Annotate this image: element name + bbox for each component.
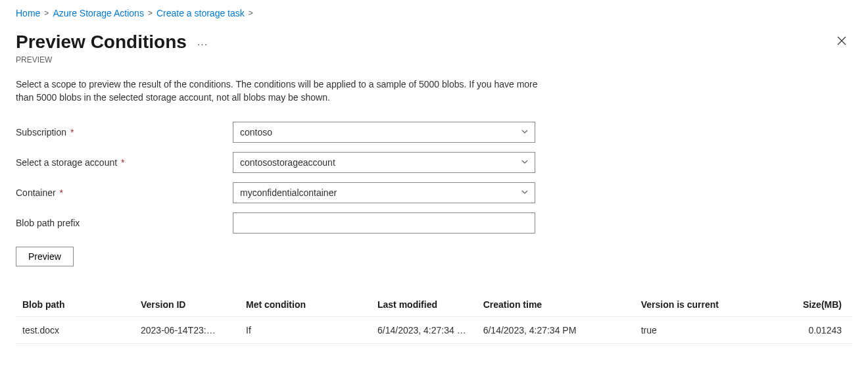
col-last-modified[interactable]: Last modified bbox=[371, 293, 477, 317]
label-text: Blob path prefix bbox=[16, 218, 80, 228]
blob-prefix-input[interactable] bbox=[233, 212, 535, 234]
blob-prefix-row: Blob path prefix bbox=[16, 212, 852, 234]
col-size-mb[interactable]: Size(MB) bbox=[766, 293, 852, 317]
required-marker: * bbox=[118, 157, 124, 168]
title-group: Preview Conditions ··· bbox=[16, 32, 208, 53]
container-input[interactable] bbox=[233, 182, 535, 203]
label-text: Container bbox=[16, 187, 56, 198]
cell-size-mb: 0.01243 bbox=[766, 316, 852, 343]
page-subheading: PREVIEW bbox=[16, 55, 852, 64]
col-met-condition[interactable]: Met condition bbox=[239, 293, 371, 317]
cell-last-modified: 6/14/2023, 4:27:34 … bbox=[371, 316, 477, 343]
label-text: Subscription bbox=[16, 127, 66, 137]
storage-account-select[interactable] bbox=[233, 152, 535, 173]
subscription-input[interactable] bbox=[233, 122, 535, 143]
storage-account-input[interactable] bbox=[233, 152, 535, 173]
cell-version-current: true bbox=[635, 316, 766, 343]
description-text: Select a scope to preview the result of … bbox=[16, 78, 555, 105]
breadcrumb-storage-actions[interactable]: Azure Storage Actions bbox=[53, 8, 144, 18]
scope-form: Subscription * Select a storage account … bbox=[16, 122, 852, 266]
storage-account-label: Select a storage account * bbox=[16, 157, 233, 168]
breadcrumb-create-task[interactable]: Create a storage task bbox=[157, 8, 245, 18]
more-options-icon[interactable]: ··· bbox=[197, 34, 208, 51]
cell-creation-time: 6/14/2023, 4:27:34 PM bbox=[477, 316, 635, 343]
subscription-row: Subscription * bbox=[16, 122, 852, 143]
breadcrumb: Home > Azure Storage Actions > Create a … bbox=[16, 8, 852, 18]
required-marker: * bbox=[68, 127, 74, 137]
blob-prefix-label: Blob path prefix bbox=[16, 218, 233, 228]
col-version-current[interactable]: Version is current bbox=[635, 293, 766, 317]
close-icon[interactable] bbox=[831, 32, 852, 52]
col-version-id[interactable]: Version ID bbox=[134, 293, 239, 317]
page-title: Preview Conditions bbox=[16, 32, 187, 53]
col-blob-path[interactable]: Blob path bbox=[16, 293, 134, 317]
container-row: Container * bbox=[16, 182, 852, 203]
results-table: Blob path Version ID Met condition Last … bbox=[16, 293, 852, 344]
subscription-select[interactable] bbox=[233, 122, 535, 143]
table-header-row: Blob path Version ID Met condition Last … bbox=[16, 293, 852, 317]
container-label: Container * bbox=[16, 187, 233, 198]
chevron-right-icon: > bbox=[249, 9, 253, 18]
table-row[interactable]: test.docx 2023-06-14T23:… If 6/14/2023, … bbox=[16, 316, 852, 343]
cell-version-id: 2023-06-14T23:… bbox=[134, 316, 239, 343]
cell-met-condition: If bbox=[239, 316, 371, 343]
blob-prefix-wrap bbox=[233, 212, 535, 234]
subscription-label: Subscription * bbox=[16, 127, 233, 137]
chevron-right-icon: > bbox=[44, 9, 49, 18]
container-select[interactable] bbox=[233, 182, 535, 203]
chevron-right-icon: > bbox=[148, 9, 153, 18]
required-marker: * bbox=[57, 187, 63, 198]
cell-blob-path: test.docx bbox=[16, 316, 134, 343]
label-text: Select a storage account bbox=[16, 157, 117, 168]
preview-button[interactable]: Preview bbox=[16, 247, 74, 266]
storage-account-row: Select a storage account * bbox=[16, 152, 852, 173]
breadcrumb-home[interactable]: Home bbox=[16, 8, 40, 18]
col-creation-time[interactable]: Creation time bbox=[477, 293, 635, 317]
page-header: Preview Conditions ··· bbox=[16, 32, 852, 53]
